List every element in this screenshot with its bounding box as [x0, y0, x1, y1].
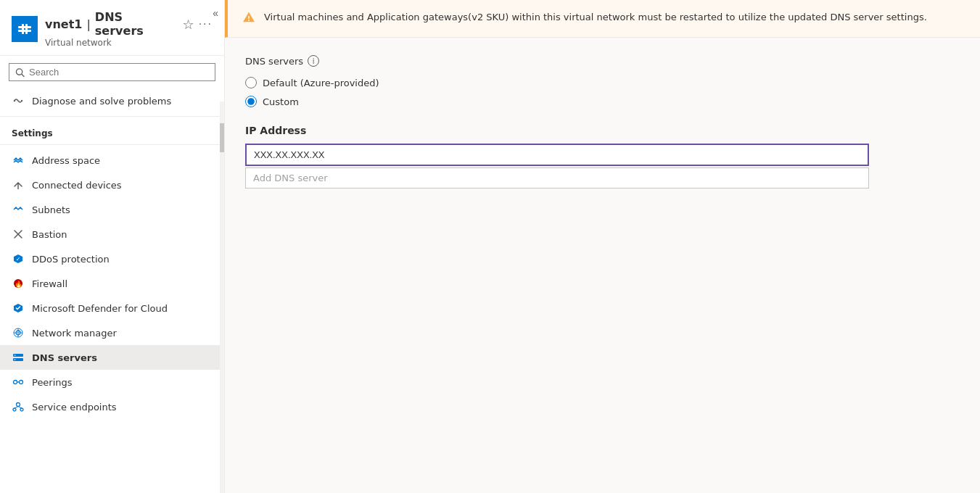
- connected-devices-label: Connected devices: [32, 180, 122, 191]
- diagnose-label: Diagnose and solve problems: [32, 96, 171, 107]
- peerings-icon: [12, 376, 25, 389]
- radio-default-input[interactable]: [245, 77, 257, 88]
- firewall-label: Firewall: [32, 278, 67, 289]
- resource-type: Virtual network: [45, 38, 213, 48]
- svg-point-7: [21, 100, 22, 102]
- diagnose-icon: [12, 94, 25, 107]
- ip-address-title: IP Address: [245, 125, 960, 136]
- svg-text:🔥: 🔥: [15, 280, 23, 289]
- dns-title-label: DNS servers: [245, 56, 303, 67]
- radio-default-label: Default (Azure-provided): [263, 78, 379, 88]
- sidebar-item-diagnose[interactable]: Diagnose and solve problems: [0, 88, 224, 113]
- subnets-label: Subnets: [32, 204, 70, 215]
- network-manager-label: Network manager: [32, 328, 117, 339]
- sidebar-item-connected-devices[interactable]: Connected devices: [0, 173, 224, 197]
- svg-point-26: [13, 408, 16, 411]
- address-space-icon: [12, 154, 25, 167]
- radio-default[interactable]: Default (Azure-provided): [245, 77, 960, 88]
- dns-servers-label: DNS servers: [32, 352, 97, 363]
- add-dns-server-input[interactable]: Add DNS server: [245, 167, 869, 188]
- network-manager-icon: [12, 326, 25, 339]
- sidebar-item-service-endpoints[interactable]: Service endpoints: [0, 394, 224, 419]
- address-space-label: Address space: [32, 155, 100, 166]
- svg-text:✓: ✓: [16, 256, 21, 262]
- svg-rect-0: [18, 26, 31, 28]
- dns-content-area: DNS servers i Default (Azure-provided) C…: [225, 38, 980, 206]
- svg-rect-20: [15, 355, 16, 356]
- search-icon: [15, 67, 25, 78]
- svg-rect-1: [18, 30, 31, 32]
- warning-icon: !: [242, 11, 255, 27]
- title-separator: |: [86, 17, 90, 31]
- svg-point-23: [20, 381, 23, 384]
- warning-text: Virtual machines and Application gateway…: [264, 10, 927, 25]
- defender-icon: [12, 302, 25, 315]
- search-container: [9, 63, 215, 81]
- svg-rect-2: [22, 24, 24, 34]
- ip-address-input[interactable]: [245, 144, 869, 166]
- svg-text:!: !: [247, 15, 250, 22]
- svg-point-6: [14, 100, 15, 102]
- ddos-icon: ✓: [12, 252, 25, 265]
- scrollbar-track: [220, 102, 224, 493]
- dns-radio-group: Default (Azure-provided) Custom: [245, 77, 960, 107]
- defender-label: Microsoft Defender for Cloud: [32, 303, 168, 314]
- collapse-button[interactable]: «: [213, 7, 218, 19]
- ddos-label: DDoS protection: [32, 254, 110, 265]
- sidebar-item-network-manager[interactable]: Network manager: [0, 320, 224, 345]
- sidebar-item-firewall[interactable]: 🔥 Firewall: [0, 271, 224, 296]
- page-title: DNS servers: [95, 10, 174, 38]
- svg-line-5: [22, 74, 24, 76]
- search-input[interactable]: [29, 67, 209, 78]
- dns-info-icon[interactable]: i: [308, 55, 319, 67]
- sidebar-item-bastion[interactable]: Bastion: [0, 222, 224, 246]
- settings-section-label: Settings: [0, 120, 224, 141]
- bastion-label: Bastion: [32, 229, 67, 240]
- svg-line-28: [15, 407, 18, 409]
- svg-line-29: [18, 407, 22, 409]
- favorite-icon[interactable]: ☆: [183, 17, 194, 32]
- svg-point-27: [20, 408, 23, 411]
- sidebar-item-ddos[interactable]: ✓ DDoS protection: [0, 246, 224, 271]
- radio-custom-input[interactable]: [245, 96, 257, 107]
- nav-divider-2: [0, 144, 224, 145]
- main-content: ! Virtual machines and Application gatew…: [225, 0, 980, 493]
- warning-banner: ! Virtual machines and Application gatew…: [225, 0, 980, 38]
- service-endpoints-label: Service endpoints: [32, 402, 117, 413]
- radio-custom[interactable]: Custom: [245, 96, 960, 107]
- firewall-icon: 🔥: [12, 277, 25, 290]
- sidebar-nav: Address space Connected devices Subnets: [0, 148, 224, 493]
- dns-servers-icon: [12, 351, 25, 364]
- resource-title-group: vnet1 | DNS servers ☆ ··· Virtual networ…: [45, 10, 213, 48]
- resource-name: vnet1: [45, 17, 82, 31]
- connected-devices-icon: [12, 178, 25, 191]
- subnets-icon: [12, 203, 25, 216]
- sidebar-item-dns-servers[interactable]: DNS servers: [0, 345, 224, 370]
- nav-divider-1: [0, 116, 224, 117]
- resource-header: vnet1 | DNS servers ☆ ··· Virtual networ…: [0, 0, 224, 56]
- bastion-icon: [12, 228, 25, 241]
- peerings-label: Peerings: [32, 377, 73, 388]
- svg-rect-21: [15, 360, 16, 360]
- sidebar-item-defender[interactable]: Microsoft Defender for Cloud: [0, 296, 224, 320]
- sidebar-item-peerings[interactable]: Peerings: [0, 370, 224, 394]
- dns-section-title: DNS servers i: [245, 55, 960, 67]
- sidebar-item-subnets[interactable]: Subnets: [0, 197, 224, 222]
- svg-point-25: [17, 403, 20, 407]
- radio-custom-label: Custom: [263, 96, 299, 107]
- resource-icon: [12, 16, 38, 42]
- svg-point-22: [14, 381, 17, 384]
- svg-rect-3: [25, 24, 28, 34]
- sidebar: vnet1 | DNS servers ☆ ··· Virtual networ…: [0, 0, 225, 493]
- scrollbar-thumb[interactable]: [220, 123, 224, 152]
- service-endpoints-icon: [12, 400, 25, 413]
- sidebar-item-address-space[interactable]: Address space: [0, 148, 224, 173]
- more-options-icon[interactable]: ···: [199, 18, 213, 30]
